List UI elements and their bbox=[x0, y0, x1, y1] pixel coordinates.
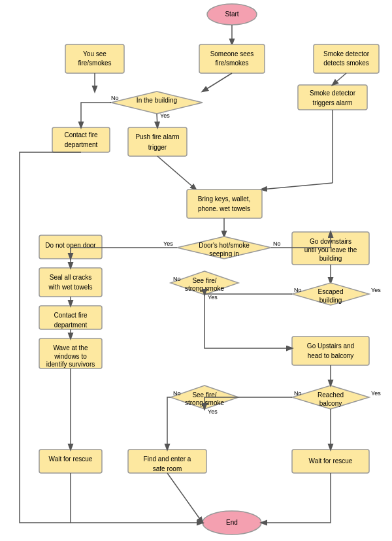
push-alarm-node bbox=[128, 127, 187, 156]
doors-hot-label: Door's hot/smoke bbox=[199, 242, 250, 249]
see-fire1-label2: strong smoke bbox=[185, 285, 224, 292]
escaped-label2: building bbox=[319, 297, 342, 304]
yes-seefire2: Yes bbox=[208, 408, 218, 415]
contact-fire2-label: Contact fire bbox=[54, 312, 88, 319]
wave-windows-label3: identify survivors bbox=[46, 361, 95, 368]
wait-rescue2-label: Wait for rescue bbox=[309, 457, 353, 465]
smoke-detector-label: Smoke detector bbox=[323, 50, 370, 57]
go-upstairs-label: Go Upstairs and bbox=[307, 342, 354, 350]
start-label: Start bbox=[225, 10, 238, 18]
contact-fire2-label2: department bbox=[54, 321, 88, 329]
someone-sees-label: Someone sees bbox=[210, 50, 254, 57]
arrow-waitrescue2-end bbox=[261, 473, 331, 523]
yes-escaped: Yes bbox=[371, 287, 381, 293]
seal-cracks-label2: with wet towels bbox=[48, 284, 92, 291]
see-fire1-label: See fire/ bbox=[192, 277, 216, 284]
smoke-detector-label2: detects smokes bbox=[323, 59, 368, 67]
arrow-smoke-triggers bbox=[333, 73, 346, 85]
contact-fire1-label: Contact fire bbox=[64, 131, 98, 139]
bring-keys-node bbox=[187, 189, 262, 218]
you-see-label: You see bbox=[83, 50, 106, 57]
wave-windows-label2: windows to bbox=[54, 353, 87, 360]
bring-keys-label: Bring keys, wallet, bbox=[198, 195, 251, 203]
bring-keys-label2: phone. wet towels bbox=[198, 205, 250, 212]
reached-balcony-label: Reached bbox=[318, 391, 344, 399]
yes-seefire1: Yes bbox=[208, 294, 218, 301]
no-doorship: No bbox=[273, 240, 281, 247]
someone-sees-label2: fire/smokes bbox=[215, 59, 248, 67]
push-alarm-label: Push fire alarm bbox=[135, 133, 179, 140]
arrow-pushalarm-bring bbox=[157, 156, 196, 189]
in-building-label: In the building bbox=[137, 97, 177, 104]
find-safe-label2: safe room bbox=[153, 465, 182, 472]
arrow-someone-diamond bbox=[203, 73, 232, 91]
seal-cracks-label: Seal all cracks bbox=[50, 274, 91, 281]
go-upstairs-node bbox=[292, 336, 369, 365]
yes-doorship: Yes bbox=[163, 240, 173, 247]
find-safe-label: Find and enter a bbox=[144, 455, 191, 463]
escaped-label: Escaped bbox=[318, 288, 344, 295]
arrow-noseefire2-findsafe bbox=[167, 397, 171, 450]
yes-reached: Yes bbox=[371, 390, 381, 397]
arrow-waitrescue1-end bbox=[71, 473, 203, 523]
go-upstairs-label2: head to balcony bbox=[308, 352, 354, 359]
wave-windows-label: Wave at the bbox=[54, 344, 88, 352]
smoke-triggers-label: Smoke detector bbox=[310, 90, 356, 97]
seal-cracks-node bbox=[39, 268, 102, 297]
no-label-building: No bbox=[111, 95, 119, 101]
arrow-findsafe-end bbox=[167, 473, 203, 523]
arrow-noescaped-seefire1 bbox=[204, 294, 292, 295]
no-reached: No bbox=[294, 390, 302, 397]
wait-rescue1-label: Wait for rescue bbox=[49, 455, 93, 463]
doors-hot-label2: seeping in bbox=[209, 250, 239, 257]
go-downstairs-label3: building bbox=[319, 255, 342, 262]
arrow-yesseefire1-upstairs bbox=[204, 295, 292, 348]
you-see-label2: fire/smokes bbox=[78, 59, 111, 67]
yes-label-building: Yes bbox=[160, 112, 170, 119]
arrow-no-contact bbox=[81, 103, 111, 127]
no-seefire2: No bbox=[173, 390, 181, 397]
push-alarm-label2: trigger bbox=[148, 144, 167, 151]
end-label: End bbox=[226, 519, 238, 526]
no-seefire1: No bbox=[173, 276, 181, 282]
smoke-triggers-label2: triggers alarm bbox=[312, 99, 352, 107]
arrow-yes-pushalarm bbox=[157, 114, 157, 127]
no-escaped: No bbox=[294, 287, 302, 293]
reached-balcony-label2: balcony bbox=[319, 400, 342, 407]
arrow-smoketriggers-bring bbox=[261, 183, 333, 189]
contact-fire1-label2: department bbox=[65, 141, 98, 148]
